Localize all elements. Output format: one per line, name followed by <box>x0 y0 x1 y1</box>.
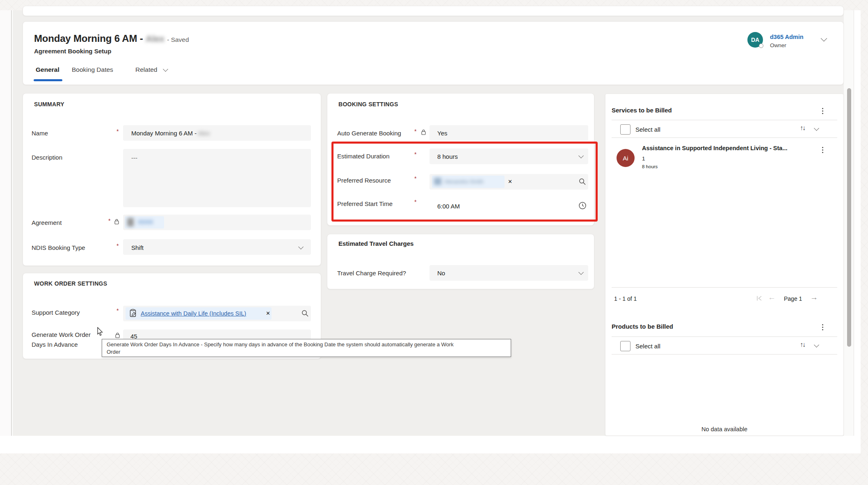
generate-days-label-line1: Generate Work Order <box>32 331 91 338</box>
service-item-quantity: 1 <box>642 156 645 162</box>
texture-right <box>861 10 868 453</box>
active-tab-underline <box>34 79 62 81</box>
saved-status: - Saved <box>167 36 189 43</box>
support-remove-icon[interactable]: ✕ <box>266 310 270 316</box>
ndis-booking-type-label: NDIS Booking Type <box>32 244 85 251</box>
support-category-link[interactable]: Assistance with Daily Life (Includes SIL… <box>141 310 246 317</box>
blurred-record-name: Alex <box>146 34 164 44</box>
owner-presence-dot <box>759 43 763 48</box>
agreement-blur-text: XXXX <box>138 219 153 225</box>
service-item-avatar: Ai <box>617 149 635 167</box>
left-rail <box>0 10 12 436</box>
name-blur: Alex <box>198 130 210 137</box>
products-select-all-label: Select all <box>635 343 660 350</box>
auto-generate-label: Auto Generate Booking <box>337 130 401 137</box>
service-item-more-icon[interactable] <box>822 147 823 153</box>
tooltip-line1: Generate Work Order Days In Advance - Sp… <box>107 341 506 348</box>
support-search-icon[interactable] <box>301 309 309 317</box>
next-page-icon[interactable]: → <box>810 293 818 302</box>
tab-related[interactable]: Related <box>135 66 157 73</box>
agreement-lock-icon <box>114 219 119 224</box>
travel-charge-value: No <box>437 270 445 277</box>
summary-section-title: SUMMARY <box>34 101 64 108</box>
scrollbar-thumb[interactable] <box>847 88 851 347</box>
first-page-icon[interactable] <box>756 295 763 302</box>
products-more-icon[interactable] <box>822 324 823 330</box>
booking-section-title: BOOKING SETTINGS <box>338 101 398 108</box>
work-order-section-title: WORK ORDER SETTINGS <box>34 280 107 287</box>
tab-booking-dates[interactable]: Booking Dates <box>72 66 113 73</box>
agreement-chip[interactable]: XXXX <box>125 216 164 229</box>
support-category-label: Support Category <box>32 309 80 316</box>
name-value: Monday Morning 6 AM - Alex <box>131 130 210 137</box>
agreement-required: * <box>108 217 110 224</box>
travel-section-title: Estimated Travel Charges <box>338 240 413 247</box>
ndis-value: Shift <box>131 244 144 251</box>
travel-charge-field[interactable] <box>429 265 588 281</box>
previous-card-sliver <box>23 6 844 16</box>
ndis-required: * <box>116 243 119 249</box>
products-empty-message: No data available <box>605 426 844 432</box>
highlight-rectangle <box>331 142 598 222</box>
generate-lock-icon <box>115 332 120 338</box>
owner-name[interactable]: d365 Admin <box>770 34 804 40</box>
products-select-all-checkbox[interactable] <box>620 341 630 351</box>
auto-generate-lock-icon <box>421 129 426 135</box>
mouse-cursor <box>97 327 104 337</box>
products-sort-icon[interactable]: ↑↓ <box>800 341 805 348</box>
description-value: --- <box>131 154 137 161</box>
travel-charge-label: Travel Charge Required? <box>337 270 406 277</box>
ndis-field[interactable] <box>123 239 311 255</box>
form-subtitle: Agreement Booking Setup <box>34 48 111 55</box>
services-divider-2 <box>612 137 837 138</box>
name-required: * <box>116 128 119 135</box>
services-more-icon[interactable] <box>822 108 823 114</box>
services-select-all-checkbox[interactable] <box>620 124 630 135</box>
services-page-range: 1 - 1 of 1 <box>614 295 637 302</box>
tooltip: Generate Work Order Days In Advance - Sp… <box>102 339 511 357</box>
tooltip-line2: Order <box>107 348 506 356</box>
auto-generate-required: * <box>414 128 416 135</box>
services-select-all-label: Select all <box>635 126 660 133</box>
products-title: Products to be Billed <box>612 323 673 330</box>
services-title: Services to be Billed <box>612 107 672 114</box>
auto-generate-value: Yes <box>437 130 447 137</box>
page-indicator: Page 1 <box>784 295 802 302</box>
description-field[interactable] <box>123 149 311 207</box>
products-divider-2 <box>612 354 837 355</box>
support-doc-icon <box>130 309 136 317</box>
tab-general[interactable]: General <box>36 66 59 73</box>
name-label: Name <box>32 130 48 137</box>
agreement-doc-icon <box>127 218 134 226</box>
support-required: * <box>116 307 119 314</box>
page-title: Monday Morning 6 AM - Alex - Saved <box>34 33 189 44</box>
prev-page-icon[interactable]: ← <box>768 293 776 302</box>
services-divider-3 <box>612 287 837 288</box>
products-divider-1 <box>612 336 837 337</box>
services-divider-1 <box>612 120 837 120</box>
agreement-label: Agreement <box>32 219 62 226</box>
description-label: Description <box>32 154 62 161</box>
owner-role: Owner <box>770 42 786 48</box>
services-sort-icon[interactable]: ↑↓ <box>800 124 805 132</box>
generate-days-label-line2: Days In Advance <box>32 341 78 348</box>
auto-generate-field[interactable] <box>429 125 588 141</box>
texture-bottom <box>0 453 868 485</box>
service-item-duration: 8 hours <box>642 164 658 169</box>
service-item-title[interactable]: Assistance in Supported Independent Livi… <box>642 145 818 151</box>
header-card <box>23 21 844 85</box>
